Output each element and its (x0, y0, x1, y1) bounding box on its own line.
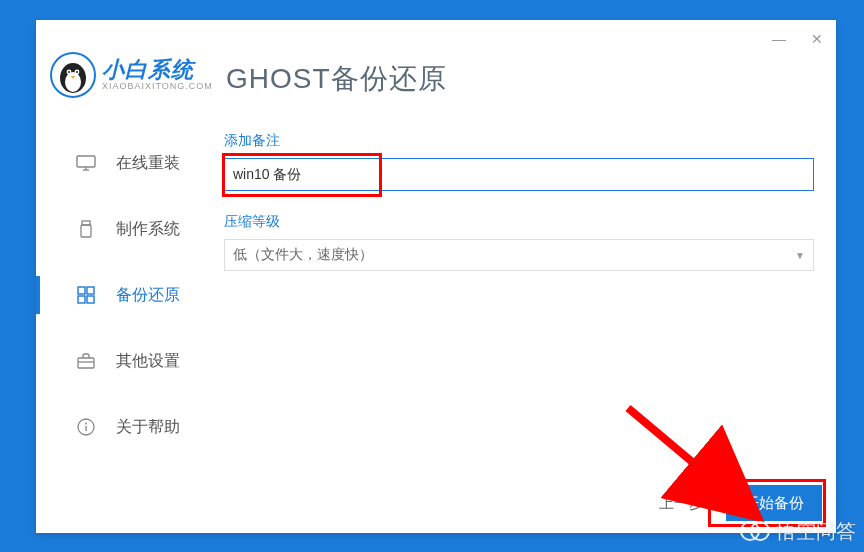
compress-select[interactable]: 低（文件大，速度快） ▼ (224, 239, 814, 271)
titlebar-controls: — ✕ (760, 20, 836, 58)
svg-rect-15 (78, 296, 85, 303)
info-icon (76, 417, 96, 437)
toolbox-icon (76, 351, 96, 371)
page-title: GHOST备份还原 (226, 60, 447, 98)
sidebar-item-label: 制作系统 (116, 219, 180, 240)
svg-rect-17 (78, 358, 94, 368)
sidebar: 在线重装 制作系统 备份还原 (36, 130, 224, 460)
close-button[interactable]: ✕ (798, 20, 836, 58)
logo-text: 小白系统 (102, 59, 213, 81)
svg-rect-8 (77, 156, 95, 167)
app-logo: 小白系统 XIAOBAIXITONG.COM (50, 52, 213, 98)
prev-button[interactable]: 上一步 (659, 494, 704, 513)
sidebar-item-label: 其他设置 (116, 351, 180, 372)
grid-icon (76, 285, 96, 305)
svg-rect-12 (81, 225, 91, 237)
start-backup-button[interactable]: 开始备份 (726, 485, 822, 521)
monitor-icon (76, 153, 96, 173)
sidebar-item-other-settings[interactable]: 其他设置 (36, 328, 224, 394)
minimize-button[interactable]: — (760, 20, 798, 58)
app-window: — ✕ 小白系统 XIAOBAIXITONG.COM GHOST备份还原 (36, 20, 836, 533)
note-label: 添加备注 (224, 132, 816, 150)
svg-point-6 (76, 71, 78, 73)
svg-point-5 (68, 71, 70, 73)
footer-actions: 上一步 开始备份 (659, 485, 822, 521)
svg-rect-13 (78, 287, 85, 294)
svg-rect-16 (87, 296, 94, 303)
svg-point-20 (85, 423, 87, 425)
sidebar-item-label: 关于帮助 (116, 417, 180, 438)
sidebar-item-label: 在线重装 (116, 153, 180, 174)
note-input[interactable] (224, 158, 814, 191)
svg-line-23 (628, 408, 728, 492)
logo-subtext: XIAOBAIXITONG.COM (102, 81, 213, 92)
chevron-down-icon: ▼ (795, 250, 805, 261)
sidebar-item-backup-restore[interactable]: 备份还原 (36, 262, 224, 328)
main-content: 添加备注 压缩等级 低（文件大，速度快） ▼ (224, 132, 816, 271)
compress-label: 压缩等级 (224, 213, 816, 231)
svg-point-2 (65, 72, 81, 92)
svg-rect-14 (87, 287, 94, 294)
sidebar-item-make-system[interactable]: 制作系统 (36, 196, 224, 262)
sidebar-item-online-install[interactable]: 在线重装 (36, 130, 224, 196)
usb-icon (76, 219, 96, 239)
penguin-logo-icon (50, 52, 96, 98)
sidebar-item-about-help[interactable]: 关于帮助 (36, 394, 224, 460)
compress-value: 低（文件大，速度快） (233, 246, 373, 264)
sidebar-item-label: 备份还原 (116, 285, 180, 306)
